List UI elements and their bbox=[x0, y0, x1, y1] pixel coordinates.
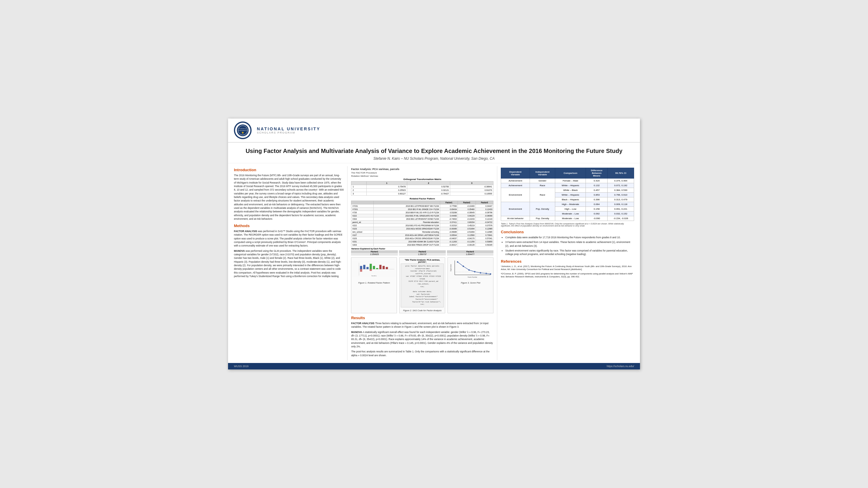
matrix-row-label: 1 bbox=[351, 185, 367, 189]
svg-point-26 bbox=[463, 266, 464, 267]
matrix-header-2: 2 bbox=[407, 182, 450, 185]
poster-title: Using Factor Analysis and Multivariate A… bbox=[237, 147, 631, 155]
svg-rect-15 bbox=[383, 266, 385, 269]
manova-ci: 0.091, 0.221 bbox=[608, 207, 634, 212]
factor-pattern-table: Factor1 Factor2 Factor3 V72312016 B01 LE… bbox=[351, 201, 493, 247]
manova-comp: High – Moderate bbox=[555, 202, 586, 207]
results-manova-text: A statistically significant overall effe… bbox=[351, 331, 493, 348]
svg-point-4 bbox=[242, 132, 244, 134]
matrix-cell: 0.75478 bbox=[367, 185, 407, 189]
university-seal: NATIONAL UNIVERSITY bbox=[234, 122, 252, 139]
results-title: Results bbox=[351, 316, 493, 320]
manova-diff: -0.090 bbox=[586, 216, 608, 221]
factor-header-3: Factor3 bbox=[475, 201, 493, 204]
matrix-row-label: 2 bbox=[351, 189, 367, 192]
table-row: rem_schoolRemedial schooling-0.09085-0.5… bbox=[351, 230, 493, 233]
manova-ci: 0.384, 0.530 bbox=[608, 188, 634, 193]
manova-diff: 0.132 bbox=[586, 183, 608, 188]
main-content: Introduction The 2016 Monitoring the Fut… bbox=[228, 163, 640, 363]
svg-point-25 bbox=[457, 261, 458, 263]
variance-item: Factor3 1.054477 bbox=[447, 250, 494, 256]
manova-row: Environment Race White – Black 0.457 0.3… bbox=[501, 188, 634, 193]
results-manova: MANOVA A statistically significant overa… bbox=[351, 330, 493, 349]
matrix-row: 1 0.75478 0.52750 -0.38941 bbox=[351, 185, 493, 189]
svg-point-28 bbox=[474, 271, 475, 272]
svg-point-31 bbox=[490, 273, 491, 275]
manova-comp: High – Low bbox=[555, 207, 586, 212]
factor-header-var bbox=[351, 201, 373, 204]
table-row: V1072016 A01v AK DRNK LAST30DA F12340.09… bbox=[351, 233, 493, 237]
introduction-title: Introduction bbox=[234, 168, 344, 172]
manova-row: Achievement Race White – Hispanic 0.132 … bbox=[501, 183, 634, 188]
introduction-text: The 2016 Monitoring the Future (MTF) 8th… bbox=[234, 173, 344, 221]
variance-item: Factor2 1.550737 bbox=[399, 250, 446, 256]
figures-row: Variables Figure 1. Rotated Factor Patte… bbox=[351, 257, 493, 313]
table-row: V72312016 B01 LET/PROB BEST WK F12340.77… bbox=[351, 204, 493, 208]
manova-comp: White – Hispanic bbox=[555, 183, 586, 188]
table-row: V2032016 B04 FRNDS DROP OUT F1234-0.0041… bbox=[351, 243, 493, 247]
matrix-cell: 0.52750 bbox=[407, 185, 450, 189]
poster: NATIONAL UNIVERSITY NATIONAL UNIVERSITY … bbox=[228, 119, 640, 369]
fig3-caption: Figure 3. Scree Plot bbox=[449, 282, 492, 284]
fa-procedure-label: The FACTOR Procedure bbox=[351, 171, 493, 174]
manova-ind: Race bbox=[530, 183, 555, 188]
header: NATIONAL UNIVERSITY NATIONAL UNIVERSITY … bbox=[228, 119, 640, 143]
svg-text:NATIONAL: NATIONAL bbox=[239, 128, 246, 129]
svg-rect-20 bbox=[449, 259, 492, 279]
manova-ind: Pop. Density bbox=[530, 216, 555, 221]
svg-rect-17 bbox=[360, 269, 362, 272]
manova-text: was performed using the GLM procedure. T… bbox=[234, 250, 341, 278]
manova-comp: Moderate – Low bbox=[555, 212, 586, 216]
variance-header-3: Factor3 bbox=[447, 250, 494, 253]
svg-rect-13 bbox=[376, 268, 378, 269]
factor-header-1: Factor1 bbox=[440, 201, 458, 204]
svg-text:UNIVERSITY: UNIVERSITY bbox=[238, 130, 247, 131]
scholars-program: SCHOLARS PROGRAM bbox=[257, 131, 320, 134]
factor-header-2: Factor2 bbox=[458, 201, 475, 204]
manova-ci: 0.009, 0.118 bbox=[608, 202, 634, 207]
variance-label: Variance Explained by Each Factor bbox=[351, 248, 493, 250]
factor-analysis-para: FACTOR ANALYSIS was performed in SAS™ St… bbox=[234, 229, 344, 248]
manova-comp: Moderate – Low bbox=[555, 216, 586, 221]
manova-diff: 0.420 bbox=[586, 178, 608, 183]
list-item: 3 Factors were extracted from 14 input v… bbox=[505, 240, 634, 248]
right-column: DependentVariable IndependentVariable Co… bbox=[497, 166, 636, 360]
manova-row: Achievement Gender Female – Male 0.420 0… bbox=[501, 178, 634, 183]
variance-header-1: Factor1 bbox=[351, 250, 398, 253]
matrix-row: 2 0.25523 0.32121 0.91070 bbox=[351, 189, 493, 192]
sas-code-header: "title 'Factor Analysis: PCA varimax, pa… bbox=[401, 259, 444, 263]
svg-text:Eigenvalue: Eigenvalue bbox=[450, 264, 452, 271]
manova-diff: 0.457 bbox=[586, 188, 608, 193]
matrix-row-label: 3 bbox=[351, 192, 367, 196]
manova-ind: Race bbox=[530, 188, 555, 202]
results-fa: FACTOR ANALYSIS Three factors relating t… bbox=[351, 322, 493, 329]
methods-title: Methods bbox=[234, 224, 344, 228]
left-column: Introduction The 2016 Monitoring the Fut… bbox=[232, 166, 347, 360]
variance-val-2: 1.550737 bbox=[399, 253, 446, 256]
results-manova-bold: MANOVA bbox=[351, 331, 362, 333]
fa-rotation-label: Rotation Method: Varimax bbox=[351, 175, 493, 177]
manova-comp: Female – Male bbox=[555, 178, 586, 183]
manova-ind: Gender bbox=[530, 178, 555, 183]
factor-pattern-chart: Variables bbox=[352, 259, 396, 280]
manova-row: At-risk behavior Pop. Density Moderate –… bbox=[501, 216, 634, 221]
results-fa-bold: FACTOR ANALYSIS bbox=[351, 322, 374, 325]
manova-th-comp: Comparison bbox=[555, 168, 586, 178]
manova-dep: Environment bbox=[501, 188, 530, 202]
manova-ci: 0.796, 0.910 bbox=[608, 193, 634, 197]
svg-rect-12 bbox=[373, 266, 375, 269]
manova-comp: Black – Hispanic bbox=[555, 197, 586, 202]
footer-left: WUSS 2019 bbox=[234, 365, 249, 368]
manova-ci: 0.032, 0.152 bbox=[608, 212, 634, 216]
matrix-header-1: 1 bbox=[367, 182, 407, 185]
fig1-caption: Figure 1. Rotated Factor Pattern bbox=[352, 282, 396, 284]
manova-th-ci: 99.76% CI bbox=[608, 168, 634, 178]
manova-bold: MANOVA bbox=[234, 250, 245, 252]
svg-text:Factor Number: Factor Number bbox=[468, 276, 477, 278]
variance-val-1: 2.250025 bbox=[351, 253, 398, 256]
manova-ci: 0.375, 0.464 bbox=[608, 178, 634, 183]
poster-subtitle: Stefanie N. Kairs – NU Scholars Program,… bbox=[237, 157, 631, 161]
table-row: V1032016 A01v CROSS SRNO/SDAY F1234-0.04… bbox=[351, 237, 493, 240]
variance-val-3: 1.054477 bbox=[447, 253, 494, 256]
figure-sas-code: "title 'Factor Analysis: PCA varimax, pa… bbox=[399, 257, 445, 313]
